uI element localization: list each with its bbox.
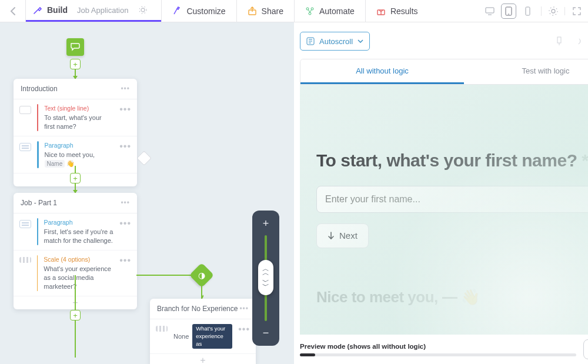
tab-share[interactable]: Share (237, 0, 294, 22)
question-row[interactable]: Paragraph First, let's see if you're a m… (14, 213, 137, 251)
first-name-input[interactable] (316, 186, 588, 213)
preview-viewport: To start, what's your first name? * Next… (300, 85, 588, 335)
next-button[interactable]: Next (316, 223, 369, 248)
build-icon (33, 5, 42, 15)
svg-point-12 (549, 7, 557, 15)
add-node-button[interactable]: + (70, 310, 81, 320)
preview-question: To start, what's your first name? * (316, 149, 588, 172)
paragraph-icon (19, 220, 31, 228)
scale-icon (156, 326, 168, 332)
automate-icon (305, 6, 315, 16)
settings-button[interactable] (541, 6, 564, 16)
preview-greeting: Nice to meet you, 👋 (316, 288, 480, 306)
device-desktop-button[interactable] (482, 4, 497, 19)
tab-customize[interactable]: Customize (162, 0, 236, 22)
scale-icon (19, 257, 31, 263)
start-node[interactable] (66, 38, 84, 56)
zoom-handle[interactable]: ︿︿ ﹀﹀ (258, 260, 273, 295)
row-menu-button[interactable]: ••• (119, 104, 131, 131)
flow-canvas[interactable]: + Introduction ••• Text (single line) To… (0, 22, 294, 364)
back-button[interactable] (0, 0, 26, 22)
build-label: Build (47, 5, 68, 15)
card-title: Branch for No Experience (157, 305, 238, 313)
svg-point-9 (508, 14, 509, 15)
card-title: Job - Part 1 (21, 199, 57, 207)
svg-rect-7 (486, 8, 494, 13)
preview-progress-bar (300, 353, 576, 356)
card-add-button[interactable]: + (150, 354, 256, 364)
preview-tab-all[interactable]: All without logic (300, 59, 464, 84)
card-menu-button[interactable]: ••• (121, 85, 130, 93)
svg-point-11 (552, 9, 555, 13)
document-name[interactable]: Job Application (77, 6, 128, 15)
branch-value: None (173, 332, 189, 341)
automate-label: Automate (319, 6, 355, 16)
card-menu-button[interactable]: ••• (239, 305, 249, 313)
add-node-button[interactable]: + (70, 173, 81, 183)
zoom-track[interactable]: ︿︿ ﹀﹀ (265, 235, 267, 321)
autoscroll-label: Autoscroll (319, 37, 353, 46)
row-menu-button[interactable]: ••• (238, 324, 250, 349)
preview-tab-test[interactable]: Test with logic (464, 59, 588, 84)
svg-point-15 (574, 38, 580, 44)
chevron-up-icon: ︿︿ (262, 267, 269, 275)
field-text: To start, what's your first name? (44, 114, 101, 130)
preview-mode-label: Preview mode (shows all without logic) (300, 343, 576, 350)
results-label: Results (390, 6, 418, 16)
share-label: Share (262, 6, 283, 16)
autoscroll-icon (306, 37, 315, 45)
text-field-icon (19, 106, 31, 114)
field-type: Paragraph (45, 141, 114, 149)
zoom-control[interactable]: + ︿︿ ﹀﹀ − (252, 211, 279, 346)
svg-point-0 (141, 8, 145, 12)
autoscroll-dropdown[interactable]: Autoscroll (300, 32, 370, 51)
field-type: Scale (4 options) (44, 255, 113, 263)
preview-prev-button[interactable] (583, 339, 588, 359)
tab-automate[interactable]: Automate (295, 0, 365, 22)
card-menu-button[interactable]: ••• (121, 199, 130, 207)
device-mobile-button[interactable] (520, 4, 535, 19)
field-text: Nice to meet you, Name 👋 (45, 151, 95, 167)
row-menu-button[interactable]: ••• (119, 141, 131, 168)
share-icon (248, 6, 257, 16)
chevron-down-icon (358, 39, 363, 43)
branch-source-pill: What's your experience as (192, 324, 232, 349)
field-text: First, let's see if you're a match for t… (44, 228, 113, 244)
preview-loading-icon (573, 37, 582, 45)
add-edge-button[interactable] (136, 151, 151, 165)
build-settings-icon[interactable] (133, 6, 153, 14)
device-tablet-button[interactable] (501, 4, 516, 19)
zoom-in-button[interactable]: + (263, 216, 269, 231)
fullscreen-button[interactable] (564, 7, 588, 15)
svg-rect-14 (557, 37, 561, 43)
tab-build[interactable]: Build Job Application (26, 0, 161, 22)
card-branch-no-experience[interactable]: Branch for No Experience ••• None What's… (150, 299, 256, 364)
row-menu-button[interactable]: ••• (119, 218, 131, 245)
field-type: Paragraph (44, 218, 114, 226)
results-icon (376, 6, 386, 16)
field-type: Text (single line) (44, 104, 113, 112)
customize-label: Customize (186, 6, 225, 16)
paragraph-icon (19, 143, 31, 151)
svg-point-5 (309, 12, 311, 15)
add-node-button[interactable]: + (70, 59, 81, 69)
branch-icon: ◑ (198, 271, 205, 280)
tab-results[interactable]: Results (366, 0, 429, 22)
arrow-down-icon (328, 232, 335, 240)
card-title: Introduction (21, 85, 58, 93)
svg-rect-10 (526, 7, 530, 15)
question-row[interactable]: Text (single line) To start, what's your… (14, 99, 137, 136)
chevron-down-icon: ﹀﹀ (262, 280, 269, 288)
preview-tool-icon[interactable] (556, 36, 563, 46)
svg-point-1 (139, 6, 146, 14)
customize-icon (172, 6, 182, 16)
next-label: Next (339, 231, 358, 241)
branch-condition-row[interactable]: None What's your experience as ••• (150, 319, 256, 354)
zoom-out-button[interactable]: − (263, 326, 269, 340)
